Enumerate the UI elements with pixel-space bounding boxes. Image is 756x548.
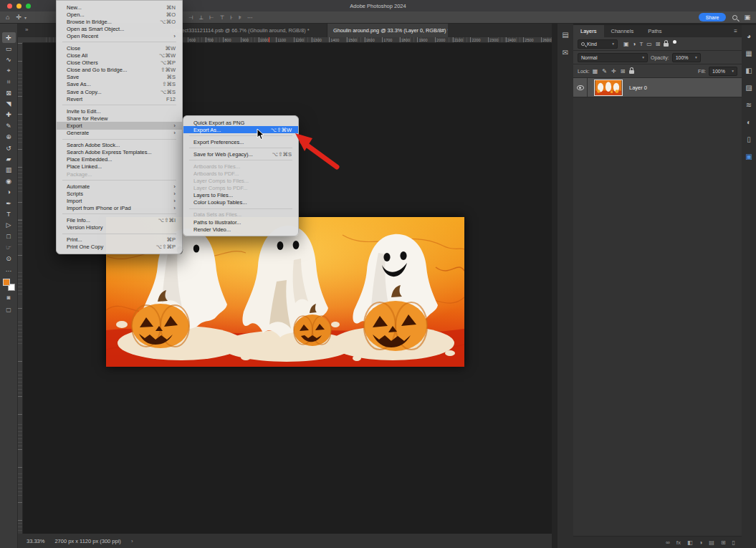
move-tool-icon[interactable]: ✛	[16, 14, 21, 21]
hand-tool[interactable]: ☞	[2, 241, 16, 252]
foreground-color-swatch[interactable]	[3, 279, 10, 286]
share-button[interactable]: Share	[699, 13, 727, 21]
menu-item-open[interactable]: Open...⌘O	[57, 11, 182, 18]
menu-item-save-as[interactable]: Save As...⇧⌘S	[57, 81, 182, 88]
path-selection-tool[interactable]: ▷	[2, 220, 16, 231]
menu-item-quick-export-as-png[interactable]: Quick Export as PNG	[183, 119, 298, 126]
more-options-icon[interactable]: ⋯	[247, 14, 253, 21]
new-layer-icon[interactable]: ⊞	[721, 539, 726, 546]
gradient-tool[interactable]: ▥	[2, 165, 16, 176]
healing-brush-tool[interactable]: ✚	[2, 110, 16, 120]
menu-item-export[interactable]: Export›	[57, 122, 182, 129]
align-center-horizontal-icon[interactable]: ⊥	[199, 14, 204, 21]
align-left-icon[interactable]: ⊣	[188, 14, 193, 21]
tab-layers[interactable]: Layers	[573, 25, 604, 37]
frame-tool[interactable]: ⊠	[2, 87, 16, 98]
menu-item-place-linked[interactable]: Place Linked...	[57, 163, 182, 170]
minimize-window-icon[interactable]	[16, 4, 21, 9]
menu-item-close-all[interactable]: Close All⌥⌘W	[57, 52, 182, 59]
more-tools[interactable]: …	[2, 264, 16, 274]
menu-item-export-preferences[interactable]: Export Preferences...	[183, 138, 298, 145]
menu-item-save-for-web-legacy[interactable]: Save for Web (Legacy)...⌥⇧⌘S	[183, 150, 298, 158]
menu-item-place-embedded[interactable]: Place Embedded...	[57, 156, 182, 163]
close-window-icon[interactable]	[7, 4, 12, 9]
menu-item-browse-in-bridge[interactable]: Browse in Bridge...⌥⌘O	[57, 18, 182, 25]
align-center-vertical-icon[interactable]: ⊦	[230, 14, 233, 21]
move-tool[interactable]: ✛	[2, 32, 16, 43]
menu-item-open-recent[interactable]: Open Recent›	[57, 32, 182, 39]
layer-thumbnail[interactable]	[594, 80, 623, 96]
menu-item-color-lookup-tables[interactable]: Color Lookup Tables...	[183, 199, 298, 206]
lock-artboard-icon[interactable]: ⊞	[621, 68, 626, 74]
clone-stamp-tool[interactable]: ⊕	[2, 132, 16, 143]
menu-item-render-video[interactable]: Render Video...	[183, 226, 298, 233]
libraries-panel-icon[interactable]: ▤	[562, 31, 568, 39]
object-selection-tool[interactable]: ⌖	[2, 65, 16, 76]
filter-kind-select[interactable]: Kind ▾	[578, 39, 618, 49]
tab-channels[interactable]: Channels	[604, 25, 641, 37]
masks-panel-icon[interactable]: ◐	[747, 118, 751, 126]
menu-item-revert[interactable]: RevertF12	[57, 95, 182, 102]
link-layers-icon[interactable]: ∞	[666, 539, 670, 546]
menu-item-file-info[interactable]: File Info...⌥⇧⌘I	[57, 216, 182, 223]
layer-group-icon[interactable]: ▤	[709, 539, 714, 546]
filter-shape-layers-icon[interactable]: ▭	[646, 41, 652, 47]
zoom-level[interactable]: 33.33%	[27, 538, 44, 544]
search-icon[interactable]	[732, 15, 737, 20]
menu-item-search-adobe-stock[interactable]: Search Adobe Stock...	[57, 142, 182, 149]
panel-menu-icon[interactable]: ≡	[734, 25, 742, 37]
marquee-tool[interactable]: ▭	[2, 43, 16, 54]
eraser-tool[interactable]: ▰	[2, 153, 16, 164]
gradients-panel-icon[interactable]: ◧	[745, 67, 752, 74]
home-icon[interactable]: ⌂	[6, 14, 9, 21]
menu-item-version-history[interactable]: Version History	[57, 224, 182, 231]
menu-item-save-a-copy[interactable]: Save a Copy...⌥⌘S	[57, 88, 182, 95]
align-top-icon[interactable]: ⊤	[220, 14, 225, 21]
quick-mask-icon[interactable]: ◙	[2, 292, 16, 303]
zoom-window-icon[interactable]	[26, 4, 31, 9]
properties-panel-icon[interactable]: ▯	[747, 135, 751, 143]
history-brush-tool[interactable]: ↺	[2, 143, 16, 153]
adjustments-panel-icon[interactable]: ≋	[746, 101, 752, 109]
filter-locked-layers-icon[interactable]	[664, 43, 669, 47]
layer-mask-icon[interactable]: ◧	[687, 539, 693, 546]
patterns-panel-icon[interactable]: ▨	[745, 84, 752, 92]
lock-transparent-pixels-icon[interactable]: ▦	[593, 68, 598, 74]
menu-item-print-one-copy[interactable]: Print One Copy⌥⇧⌘P	[57, 244, 182, 251]
crop-tool[interactable]: ⌗	[2, 77, 16, 87]
swatches-panel-icon[interactable]: ▦	[745, 49, 752, 57]
layer-visibility-cell[interactable]	[573, 78, 588, 97]
document-tab[interactable]: Ghoulin around.png @ 33.3% (Layer 0, RGB…	[327, 24, 448, 37]
menu-item-share-for-review[interactable]: Share for Review	[57, 115, 182, 122]
menu-item-close[interactable]: Close⌘W	[57, 44, 182, 52]
menu-item-print[interactable]: Print...⌘P	[57, 236, 182, 244]
menu-item-layers-to-files[interactable]: Layers to Files...	[183, 192, 298, 199]
libraries-thumb-icon[interactable]: ▣	[745, 153, 752, 160]
filter-pixel-layers-icon[interactable]: ▣	[623, 41, 629, 47]
blend-mode-select[interactable]: Normal ▾	[578, 53, 648, 62]
align-right-icon[interactable]: ⊢	[209, 14, 214, 21]
filtering-toggle[interactable]	[673, 40, 676, 44]
comments-panel-icon[interactable]: ✉	[563, 49, 568, 57]
screen-mode-icon[interactable]: ▢	[2, 304, 16, 315]
menu-item-generate[interactable]: Generate›	[57, 130, 182, 137]
shape-tool[interactable]: □	[2, 231, 16, 241]
menu-item-close-and-go-to-bridge[interactable]: Close and Go to Bridge...⇧⌘W	[57, 67, 182, 74]
menu-item-scripts[interactable]: Scripts›	[57, 190, 182, 197]
tab-paths[interactable]: Paths	[641, 25, 669, 37]
fill-input[interactable]: 100% ▾	[709, 67, 737, 76]
workspace-switcher-icon[interactable]: ▣▾	[744, 14, 750, 21]
lock-all-icon[interactable]	[629, 70, 634, 74]
menu-item-open-as-smart-object[interactable]: Open as Smart Object...	[57, 25, 182, 32]
menu-item-invite-to-edit[interactable]: Invite to Edit...	[57, 107, 182, 115]
lasso-tool[interactable]: ∿	[2, 54, 16, 65]
filter-adjustment-layers-icon[interactable]: ◑	[633, 41, 636, 47]
menu-item-automate[interactable]: Automate›	[57, 183, 182, 190]
blur-tool[interactable]: ◉	[2, 176, 16, 186]
type-tool[interactable]: T	[2, 208, 16, 219]
dodge-tool[interactable]: ◑	[2, 186, 16, 197]
eyedropper-tool[interactable]: ◥	[2, 98, 16, 109]
menu-item-search-adobe-express-templates[interactable]: Search Adobe Express Templates...	[57, 149, 182, 156]
filter-smart-objects-icon[interactable]: ⊞	[656, 41, 661, 47]
delete-layer-icon[interactable]: ▯	[732, 539, 735, 546]
